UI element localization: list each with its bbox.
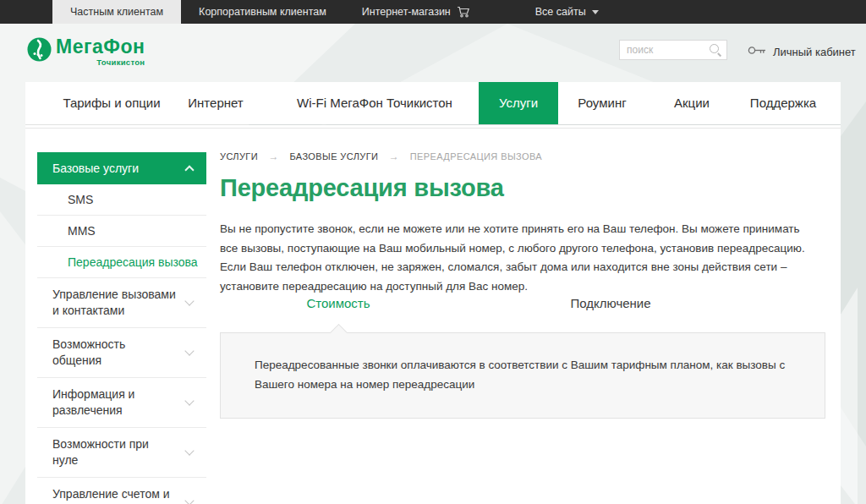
sidebar-group-label: Возможности при нуле	[52, 437, 149, 467]
nav-item-internet[interactable]: Интернет	[188, 82, 243, 124]
key-icon	[748, 44, 767, 59]
topbar-tab-shop[interactable]: Интернет-магазин	[344, 0, 489, 24]
chevron-down-icon	[184, 446, 194, 455]
intro-paragraph: Если Ваш телефон отключен, не заряжен, с…	[220, 258, 812, 296]
nav-item-wifi[interactable]: Wi-Fi МегаФон Точикистон	[297, 82, 452, 124]
breadcrumb-arrow-icon: →	[389, 151, 399, 162]
personal-account-link[interactable]: Личный кабинет	[748, 44, 856, 59]
cart-icon	[457, 6, 471, 18]
megafon-logo[interactable]: МегаФон Точикистон	[27, 36, 145, 67]
topbar-tab-label: Корпоративным клиентам	[199, 6, 326, 18]
topbar-tab-label: Частным клиентам	[70, 6, 163, 18]
intro-text: Вы не пропустите звонок, если не можете …	[220, 220, 812, 296]
sidebar-group-label: Возможность общения	[52, 337, 125, 367]
search-input[interactable]	[620, 44, 709, 56]
breadcrumb-basic-services[interactable]: БАЗОВЫЕ УСЛУГИ	[289, 151, 378, 162]
sidebar-group-communication[interactable]: Возможность общения	[37, 328, 206, 378]
sidebar-group-account-control[interactable]: Управление счетом и контроль баланса	[37, 478, 206, 504]
sidebar-group-call-management[interactable]: Управление вызовами и контактами	[37, 278, 206, 328]
logo-brand-text: МегаФон	[56, 36, 145, 58]
site-header: МегаФон Точикистон Личный кабинет	[0, 24, 866, 82]
nav-item-promos[interactable]: Акции	[674, 82, 710, 124]
tab-activation[interactable]: Подключение	[570, 296, 650, 310]
sidebar-group-label: Информация и развлечения	[52, 387, 134, 417]
topbar-tab-corporate[interactable]: Корпоративным клиентам	[181, 0, 344, 24]
logo-region-text: Точикистон	[56, 58, 145, 67]
detail-tabs: Стоимость Подключение	[220, 296, 825, 320]
sidebar-item-mms[interactable]: MMS	[37, 216, 206, 247]
breadcrumb-arrow-icon: →	[269, 151, 279, 162]
site-switcher-bar: Частным клиентам Корпоративным клиентам …	[0, 0, 866, 24]
topbar-tab-label: Все сайты	[535, 6, 586, 18]
topbar-tab-private[interactable]: Частным клиентам	[52, 0, 181, 24]
sidebar-group-label: Управление счетом и контроль баланса	[52, 487, 170, 504]
tab-panel-cost: Переадресованные звонки оплачиваются в с…	[220, 332, 825, 419]
sidebar-group-label: Базовые услуги	[52, 162, 139, 175]
main-nav: Тарифы и опции Интернет Wi-Fi МегаФон То…	[25, 82, 841, 124]
breadcrumb-current-page: ПЕРЕАДРЕСАЦИЯ ВЫЗОВА	[410, 151, 542, 162]
nav-item-roaming[interactable]: Роуминг	[578, 82, 626, 124]
breadcrumb-services[interactable]: УСЛУГИ	[220, 151, 258, 162]
personal-account-label: Личный кабинет	[773, 46, 856, 58]
sidebar-group-basic-services[interactable]: Базовые услуги	[37, 152, 206, 184]
sidebar-item-sms[interactable]: SMS	[37, 184, 206, 216]
chevron-down-icon	[184, 496, 194, 504]
search-icon[interactable]	[709, 43, 722, 57]
megafon-logo-icon	[27, 37, 52, 62]
sidebar-item-call-forwarding[interactable]: Переадресация вызова	[37, 247, 206, 278]
services-sidebar: Базовые услуги SMS MMS Переадресация выз…	[37, 152, 206, 504]
sidebar-group-zero-balance[interactable]: Возможности при нуле	[37, 428, 206, 478]
nav-item-support[interactable]: Поддержка	[750, 82, 816, 124]
nav-item-services[interactable]: Услуги	[479, 82, 558, 124]
chevron-down-icon	[184, 296, 194, 305]
content-area: УСЛУГИ → БАЗОВЫЕ УСЛУГИ → ПЕРЕАДРЕСАЦИЯ …	[220, 125, 825, 504]
chevron-down-icon	[184, 346, 194, 355]
page-title: Переадресация вызова	[220, 174, 504, 202]
caret-down-icon	[592, 10, 599, 14]
nav-item-tariffs[interactable]: Тарифы и опции	[63, 82, 160, 124]
breadcrumb: УСЛУГИ → БАЗОВЫЕ УСЛУГИ → ПЕРЕАДРЕСАЦИЯ …	[220, 151, 542, 162]
search-box	[619, 40, 727, 60]
intro-paragraph: Вы не пропустите звонок, если не можете …	[220, 220, 812, 258]
sidebar-group-label: Управление вызовами и контактами	[52, 288, 176, 317]
tab-cost[interactable]: Стоимость	[306, 296, 370, 310]
sidebar-group-info-entertainment[interactable]: Информация и развлечения	[37, 378, 206, 428]
topbar-tab-all-sites[interactable]: Все сайты	[518, 0, 617, 24]
chevron-down-icon	[184, 396, 194, 405]
chevron-up-icon	[184, 165, 194, 174]
topbar-tab-label: Интернет-магазин	[362, 6, 451, 18]
tab-panel-text: Переадресованные звонки оплачиваются в с…	[221, 333, 825, 394]
